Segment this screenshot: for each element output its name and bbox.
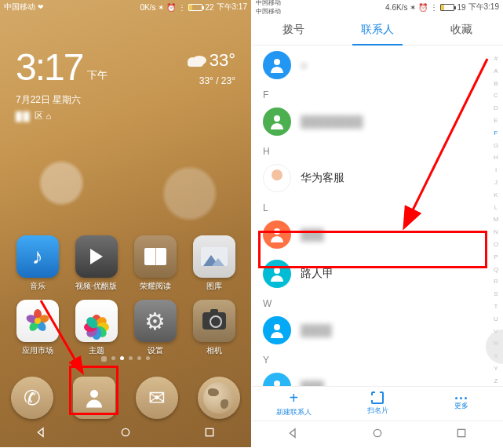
index-letter[interactable]: Z [494, 377, 498, 384]
tab-fav-label: 收藏 [450, 23, 472, 37]
app-music[interactable]: ♪音乐 [11, 235, 64, 292]
dock-phone[interactable]: ✆ [11, 377, 53, 419]
index-letter[interactable]: G [494, 142, 498, 149]
weather-range: 33° / 23° [192, 75, 235, 86]
index-letter[interactable]: K [494, 191, 498, 199]
nav-home[interactable] [371, 427, 384, 443]
app-camera[interactable]: 相机 [188, 300, 240, 356]
index-letter[interactable]: J [494, 179, 498, 186]
app-settings-label: 设置 [148, 345, 163, 356]
wifi-icon: ⋮ [178, 3, 186, 12]
nav-recent[interactable] [455, 427, 468, 443]
section-Y: Y [252, 350, 489, 367]
avatar [263, 260, 291, 288]
app-video[interactable]: 视频·优酷版 [70, 235, 122, 292]
contact-row[interactable]: ████████ [252, 102, 489, 141]
avatar [263, 316, 291, 344]
vibrate-icon: ✶ [410, 3, 416, 12]
tab-contacts[interactable]: 联系人 [336, 14, 420, 45]
svg-point-7 [274, 324, 280, 330]
index-letter[interactable]: A [494, 67, 498, 75]
app-market-label: 应用市场 [22, 345, 53, 356]
contact-row[interactable]: ███ [252, 215, 489, 254]
index-letter[interactable]: M [494, 216, 499, 223]
action-scan-label: 扫名片 [367, 406, 388, 416]
avatar [263, 51, 291, 79]
svg-rect-2 [206, 428, 213, 435]
tab-dial[interactable]: 拨号 [252, 14, 336, 45]
page-indicator[interactable] [0, 356, 251, 362]
contact-name-blurred: ████████ [301, 115, 363, 128]
index-letter[interactable]: L [494, 204, 498, 211]
status-bar-right: 中国移动 中国移动 4.6K/s ✶ ⏰ ⋮ 19 下午3:19 [252, 0, 503, 14]
contacts-list[interactable]: ● F ████████ H 华为客服 L ███ 路人甲 W ████ Y █… [252, 46, 489, 386]
index-letter[interactable]: # [494, 55, 498, 62]
app-settings[interactable]: ⚙设置 [129, 300, 181, 356]
contact-row-target[interactable]: 路人甲 [252, 254, 489, 293]
app-market[interactable]: 应用市场 [11, 300, 64, 356]
more-icon [455, 397, 467, 399]
dock-browser[interactable] [198, 377, 240, 419]
index-letter[interactable]: P [494, 253, 498, 260]
contact-name: 华为客服 [301, 171, 344, 185]
svg-point-8 [274, 381, 280, 386]
action-scan-card[interactable]: 扫名片 [336, 387, 420, 421]
index-letter[interactable]: O [494, 241, 498, 248]
svg-point-4 [274, 115, 280, 122]
index-letter[interactable]: U [494, 315, 498, 322]
index-letter[interactable]: D [494, 104, 498, 111]
contact-row[interactable]: ████ [252, 311, 489, 350]
alarm-icon: ⏰ [418, 3, 428, 12]
status-time: 下午3:17 [217, 2, 247, 13]
mountain-icon [201, 247, 228, 266]
contact-row[interactable]: ███ [252, 367, 489, 386]
index-letter[interactable]: B [494, 80, 498, 87]
nav-back[interactable] [287, 427, 300, 443]
tab-contacts-label: 联系人 [361, 23, 394, 37]
index-letter[interactable]: N [494, 228, 498, 235]
index-letter[interactable]: S [494, 290, 498, 297]
app-gallery-label: 图库 [206, 281, 222, 292]
battery-pct: 22 [205, 3, 213, 12]
index-letter[interactable]: H [494, 154, 498, 161]
homescreen-phone: 中国移动 ❤ 0K/s ✶ ⏰ ⋮ 22 下午3:17 3:17 下午 7月22… [0, 0, 251, 447]
dock-messages[interactable]: ✉ [136, 377, 178, 419]
tab-fav[interactable]: 收藏 [419, 14, 503, 45]
index-letter[interactable]: E [494, 117, 498, 124]
avatar [263, 107, 291, 136]
app-theme[interactable]: 主题 [70, 300, 122, 356]
index-letter[interactable]: C [494, 92, 498, 99]
nav-recent[interactable] [203, 426, 216, 442]
app-reader[interactable]: 荣耀阅读 [129, 235, 181, 292]
svg-point-1 [122, 428, 129, 435]
index-letter[interactable]: R [494, 278, 498, 285]
contact-row-huawei[interactable]: 华为客服 [252, 158, 489, 198]
clock-weather-widget[interactable]: 3:17 下午 7月22日 星期六 ██ 区 ⌂ 33° 33° / 23° [0, 14, 251, 129]
index-letter[interactable]: T [494, 303, 498, 310]
index-letter[interactable]: Y [494, 365, 498, 372]
wifi-icon: ⋮ [430, 3, 438, 12]
contact-name-blurred: ███ [301, 228, 324, 241]
app-grid: ♪音乐 视频·优酷版 荣耀阅读 图库 应用市场 主题 ⚙设置 相机 [0, 235, 251, 356]
app-reader-label: 荣耀阅读 [140, 281, 171, 292]
nav-home[interactable] [119, 426, 132, 442]
dock-contacts[interactable] [73, 377, 115, 419]
avatar [263, 373, 291, 386]
net-speed-r: 4.6K/s [385, 3, 407, 12]
nav-back[interactable] [35, 426, 48, 442]
action-more[interactable]: 更多 [419, 387, 503, 421]
app-music-label: 音乐 [30, 281, 46, 292]
app-gallery[interactable]: 图库 [188, 235, 240, 292]
contact-row[interactable]: ● [252, 46, 489, 85]
index-letter[interactable]: F [494, 129, 498, 137]
action-new-contact[interactable]: +新建联系人 [252, 387, 336, 421]
loc-blurred: ██ [16, 111, 31, 121]
action-more-label: 更多 [454, 401, 468, 411]
huawei-flower-icon [26, 309, 49, 333]
contact-name-blurred: ███ [301, 381, 324, 386]
phone-icon: ✆ [24, 386, 41, 410]
net-speed: 0K/s [140, 3, 155, 12]
index-letter[interactable]: Q [494, 266, 498, 273]
weather-temp: 33° [210, 50, 235, 71]
index-letter[interactable]: I [495, 166, 497, 173]
